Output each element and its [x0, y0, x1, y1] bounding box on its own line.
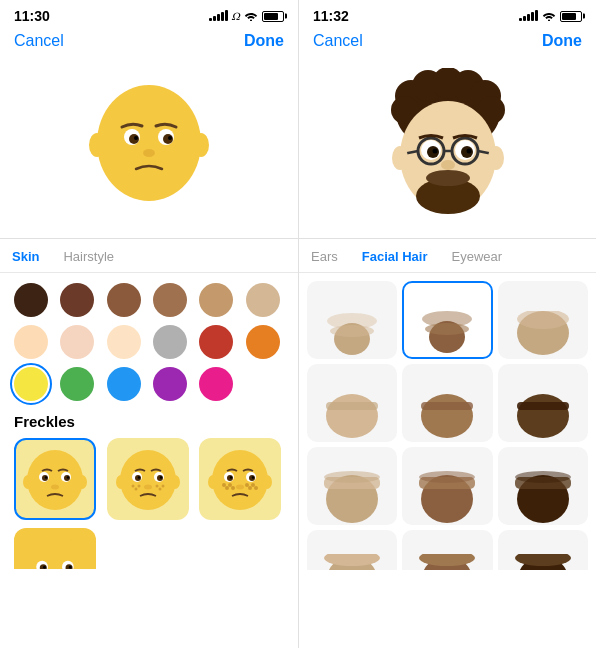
svg-point-112 — [324, 554, 380, 566]
fh-item-7[interactable] — [307, 447, 397, 525]
right-signal-icon — [519, 11, 538, 21]
tab-ears[interactable]: Ears — [299, 249, 350, 264]
color-16[interactable] — [153, 367, 187, 401]
left-tabs[interactable]: Skin Hairstyle — [0, 239, 298, 273]
svg-point-36 — [170, 475, 180, 489]
freckle-partial-1[interactable] — [14, 528, 96, 574]
svg-point-86 — [392, 146, 408, 170]
right-tabs[interactable]: Ears Facial Hair Eyewear — [299, 239, 596, 273]
freckle-partial-row — [14, 528, 284, 574]
color-6[interactable] — [246, 283, 280, 317]
svg-point-33 — [158, 488, 161, 491]
left-cancel-button[interactable]: Cancel — [14, 32, 64, 50]
svg-point-18 — [51, 485, 59, 490]
color-9[interactable] — [107, 325, 141, 359]
left-status-icons: 𝛺 — [209, 10, 284, 23]
color-grid — [14, 283, 284, 401]
left-avatar-area — [0, 58, 298, 238]
svg-point-11 — [27, 450, 83, 510]
freckles-grid — [14, 438, 284, 520]
tab-hairstyle[interactable]: Hairstyle — [51, 249, 126, 264]
svg-point-46 — [225, 486, 229, 490]
left-time: 11:30 — [14, 8, 50, 24]
color-12[interactable] — [246, 325, 280, 359]
facial-hair-content — [299, 273, 596, 648]
svg-point-27 — [159, 476, 161, 478]
left-done-button[interactable]: Done — [244, 32, 284, 50]
freckle-option-3[interactable] — [199, 438, 281, 520]
svg-point-98 — [421, 394, 473, 438]
right-cancel-button[interactable]: Cancel — [313, 32, 363, 50]
svg-point-78 — [432, 148, 437, 153]
svg-point-10 — [193, 133, 209, 157]
fh-item-9[interactable] — [498, 447, 588, 525]
fh-item-1[interactable] — [307, 281, 397, 359]
right-nav-bar: Cancel Done — [299, 28, 596, 58]
color-3[interactable] — [107, 283, 141, 317]
right-avatar — [373, 68, 523, 223]
left-phone-panel: 11:30 𝛺 — [0, 0, 298, 648]
color-8[interactable] — [60, 325, 94, 359]
fh-row-4 — [307, 530, 588, 570]
svg-point-55 — [22, 535, 88, 574]
fh-item-2[interactable] — [402, 281, 492, 359]
svg-point-0 — [250, 20, 252, 22]
svg-point-47 — [228, 483, 232, 487]
color-5[interactable] — [199, 283, 233, 317]
fh-item-8[interactable] — [402, 447, 492, 525]
color-13[interactable] — [14, 367, 48, 401]
svg-point-62 — [548, 20, 550, 22]
svg-point-52 — [254, 486, 258, 490]
left-wifi-icon-svg — [244, 11, 258, 21]
freckle-option-1[interactable] — [14, 438, 96, 520]
svg-point-107 — [419, 471, 475, 483]
fh-item-3[interactable] — [498, 281, 588, 359]
color-10[interactable] — [153, 325, 187, 359]
right-phone-panel: 11:32 Cance — [298, 0, 596, 648]
svg-point-42 — [230, 476, 232, 478]
svg-point-31 — [137, 485, 140, 488]
fh-item-4[interactable] — [307, 364, 397, 442]
right-avatar-area — [299, 58, 596, 238]
fh-item-12[interactable] — [498, 530, 588, 570]
svg-point-16 — [45, 476, 47, 478]
left-battery-icon — [262, 11, 284, 22]
svg-point-26 — [137, 476, 139, 478]
left-signal-icon — [209, 11, 228, 21]
color-7[interactable] — [14, 325, 48, 359]
color-1[interactable] — [14, 283, 48, 317]
svg-point-19 — [23, 475, 33, 489]
right-done-button[interactable]: Done — [542, 32, 582, 50]
svg-point-35 — [116, 475, 126, 489]
svg-point-110 — [515, 471, 571, 483]
color-2[interactable] — [60, 283, 94, 317]
tab-skin[interactable]: Skin — [0, 249, 51, 264]
fh-item-11[interactable] — [402, 530, 492, 570]
fh-item-5[interactable] — [402, 364, 492, 442]
tab-facial-hair[interactable]: Facial Hair — [350, 249, 440, 264]
svg-point-116 — [515, 554, 571, 566]
right-wifi-icon — [542, 11, 556, 21]
color-4[interactable] — [153, 283, 187, 317]
svg-point-8 — [143, 149, 155, 157]
left-status-bar: 11:30 𝛺 — [0, 0, 298, 28]
svg-point-49 — [245, 483, 249, 487]
svg-point-34 — [161, 485, 164, 488]
svg-point-73 — [426, 170, 470, 186]
svg-point-53 — [208, 475, 218, 489]
svg-point-50 — [248, 486, 252, 490]
svg-point-29 — [131, 485, 134, 488]
color-14[interactable] — [60, 367, 94, 401]
color-11[interactable] — [199, 325, 233, 359]
freckle-option-2[interactable] — [107, 438, 189, 520]
svg-point-17 — [67, 476, 69, 478]
svg-point-48 — [231, 486, 235, 490]
fh-item-6[interactable] — [498, 364, 588, 442]
color-15[interactable] — [107, 367, 141, 401]
right-status-icons — [519, 11, 582, 22]
tab-eyewear[interactable]: Eyewear — [440, 249, 515, 264]
fh-item-10[interactable] — [307, 530, 397, 570]
fh-row-1 — [307, 281, 588, 359]
svg-point-100 — [517, 394, 569, 438]
color-17[interactable] — [199, 367, 233, 401]
